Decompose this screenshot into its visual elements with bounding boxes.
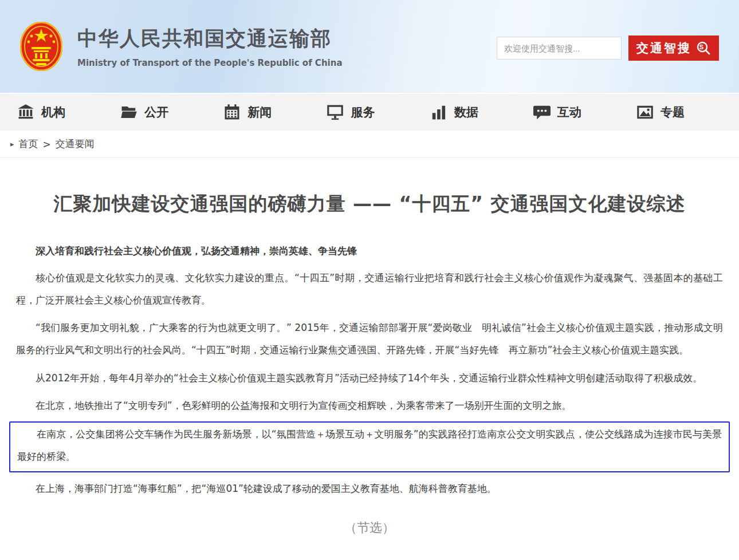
article-lead: 深入培育和践行社会主义核心价值观，弘扬交通精神，崇尚英雄、争当先锋 bbox=[16, 243, 723, 259]
nav-label: 新闻 bbox=[247, 104, 272, 120]
breadcrumb-separator: > bbox=[43, 139, 51, 150]
breadcrumb-current: 交通要闻 bbox=[56, 137, 95, 151]
highlighted-paragraph: 在南京，公交集团将公交车辆作为民生服务新场景，以“氛围营造＋场景互动＋文明服务”… bbox=[17, 423, 722, 468]
search-icon: S bbox=[696, 41, 711, 56]
nav-label: 服务 bbox=[351, 104, 375, 120]
nav-label: 机构 bbox=[41, 104, 65, 120]
article-paragraph: 核心价值观是文化软实力的灵魂、文化软实力建设的重点。“十四五”时期，交通运输行业… bbox=[16, 267, 723, 311]
nav-label: 数据 bbox=[454, 104, 478, 120]
nav-label: 互动 bbox=[557, 104, 581, 120]
search-input[interactable] bbox=[497, 37, 622, 60]
bar-chart-icon bbox=[430, 104, 447, 121]
nav-item-interaction[interactable]: 互动 bbox=[533, 104, 581, 121]
nav-item-news[interactable]: 新闻 bbox=[223, 104, 272, 121]
nav-label: 公开 bbox=[144, 104, 168, 120]
article-paragraph: 在北京，地铁推出了“文明专列”，色彩鲜明的公益海报和文明行为宣传画交相辉映，为乘… bbox=[16, 395, 723, 417]
site-subtitle: Ministry of Transport of the People's Re… bbox=[77, 58, 343, 68]
breadcrumb: ▸ 首页 > 交通要闻 bbox=[0, 131, 739, 158]
article-paragraph: 在上海，海事部门打造“海事红船”，把“海巡01”轮建设成了移动的爱国主义教育基地… bbox=[16, 478, 723, 500]
bank-icon bbox=[17, 104, 34, 121]
highlight-selection-box: 在南京，公交集团将公交车辆作为民生服务新场景，以“氛围营造＋场景互动＋文明服务”… bbox=[9, 421, 730, 472]
search-button-label: 交通智搜 bbox=[636, 40, 691, 56]
calendar-icon bbox=[223, 104, 241, 121]
site-title: 中华人民共和国交通运输部 bbox=[77, 25, 343, 52]
nav-label: 专题 bbox=[661, 104, 685, 120]
nav-item-data[interactable]: 数据 bbox=[430, 104, 478, 121]
article-paragraph: “我们服务更加文明礼貌，广大乘客的行为也就更文明了。” 2015年，交通运输部部… bbox=[16, 317, 723, 361]
svg-text:S: S bbox=[699, 44, 705, 50]
speech-bubble-icon bbox=[533, 104, 551, 121]
article: 汇聚加快建设交通强国的磅礴力量 —— “十四五” 交通强国文化建设综述 深入培育… bbox=[0, 191, 739, 537]
monitor-icon bbox=[327, 104, 344, 121]
main-nav: 机构 公开 新闻 服务 数据 互动 bbox=[0, 93, 739, 131]
breadcrumb-home-link[interactable]: 首页 bbox=[19, 137, 38, 151]
search-area: 交通智搜 S bbox=[497, 36, 719, 61]
folder-icon bbox=[120, 104, 137, 121]
picture-icon bbox=[636, 104, 654, 121]
article-footnote: （节选） bbox=[16, 519, 723, 537]
national-emblem-icon bbox=[20, 22, 62, 71]
article-title: 汇聚加快建设交通强国的磅礴力量 —— “十四五” 交通强国文化建设综述 bbox=[16, 191, 723, 217]
nav-item-institutions[interactable]: 机构 bbox=[17, 104, 65, 121]
nav-item-topics[interactable]: 专题 bbox=[636, 104, 685, 121]
article-paragraph: 从2012年开始，每年4月举办的“社会主义核心价值观主题实践教育月”活动已经持续… bbox=[16, 367, 723, 389]
breadcrumb-arrow-icon: ▸ bbox=[10, 140, 14, 148]
smart-search-button[interactable]: 交通智搜 S bbox=[628, 36, 719, 61]
nav-item-disclosure[interactable]: 公开 bbox=[120, 104, 168, 121]
nav-item-services[interactable]: 服务 bbox=[327, 104, 375, 121]
site-header: 中华人民共和国交通运输部 Ministry of Transport of th… bbox=[0, 0, 739, 93]
home-logo-link[interactable]: 中华人民共和国交通运输部 Ministry of Transport of th… bbox=[20, 22, 343, 71]
